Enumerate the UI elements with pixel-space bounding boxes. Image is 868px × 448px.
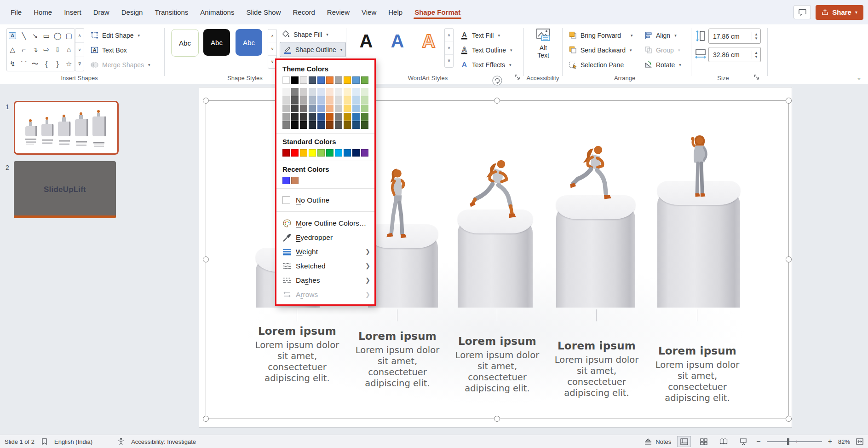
textbox-shape-icon[interactable]: A — [9, 32, 16, 39]
align-button[interactable]: Align▾ — [644, 29, 677, 41]
color-swatch[interactable] — [335, 105, 342, 112]
color-swatch[interactable] — [361, 121, 368, 129]
slide-thumbnail-1[interactable] — [14, 101, 119, 155]
figure-person-5-celebrating[interactable] — [686, 134, 713, 200]
pedestal-5[interactable] — [657, 181, 740, 308]
selection-handle-s[interactable] — [494, 416, 500, 422]
step-text-1[interactable]: Lorem ipsum Lorem ipsum dolor sit amet, … — [251, 325, 343, 384]
gallery-more-icon[interactable]: ⊽ — [445, 54, 453, 67]
color-swatch[interactable] — [335, 149, 342, 157]
scroll-down-icon[interactable]: ∨ — [268, 42, 276, 55]
language-status[interactable]: English (India) — [54, 438, 92, 445]
slide-thumbnail-2[interactable]: SlideUpLift — [14, 161, 116, 218]
bring-forward-button[interactable]: Bring Forward▾ — [569, 29, 632, 41]
wordart-preset-3[interactable]: A — [416, 28, 442, 54]
rectangle-shape-icon[interactable]: ▭ — [43, 32, 50, 39]
size-dialog-launcher-icon[interactable] — [753, 74, 760, 81]
color-swatch[interactable] — [291, 177, 299, 184]
color-swatch[interactable] — [361, 113, 368, 121]
width-steppers[interactable]: ▲▼ — [752, 51, 760, 59]
color-swatch[interactable] — [291, 113, 299, 121]
fit-slide-icon[interactable] — [856, 438, 863, 445]
color-swatch[interactable] — [335, 76, 342, 84]
figure-person-2[interactable] — [383, 167, 411, 243]
scribble-shape-icon[interactable]: ↯ — [10, 60, 16, 67]
color-swatch[interactable] — [300, 96, 307, 104]
height-steppers[interactable]: ▲▼ — [752, 32, 760, 41]
collapse-ribbon-icon[interactable]: ⌄ — [857, 74, 862, 81]
color-swatch[interactable] — [317, 76, 325, 84]
color-swatch[interactable] — [326, 113, 333, 121]
color-swatch[interactable] — [317, 88, 325, 96]
tab-slide-show[interactable]: Slide Show — [240, 4, 287, 20]
wordart-preset-2[interactable]: A — [385, 28, 410, 54]
color-swatch[interactable] — [317, 121, 325, 129]
step-text-2[interactable]: Lorem ipsum Lorem ipsum dolor sit amet, … — [351, 330, 443, 389]
color-swatch[interactable] — [326, 149, 333, 157]
color-swatch[interactable] — [282, 113, 290, 121]
freeform-shape-icon[interactable]: ⌂ — [67, 46, 71, 53]
color-swatch[interactable] — [344, 113, 351, 121]
star-shape-icon[interactable]: ☆ — [66, 60, 72, 67]
rotate-handle-icon[interactable] — [492, 75, 503, 86]
color-swatch[interactable] — [317, 149, 325, 157]
color-swatch[interactable] — [300, 113, 307, 121]
shape-style-preset-1[interactable]: Abc — [171, 29, 199, 57]
color-swatch[interactable] — [344, 121, 351, 129]
reading-view-button[interactable] — [717, 436, 730, 447]
menu-item-eyedropper[interactable]: Eyedropper — [276, 230, 374, 244]
color-swatch[interactable] — [335, 96, 342, 104]
text-fill-button[interactable]: A Text Fill▾ — [460, 29, 500, 41]
color-swatch[interactable] — [344, 88, 351, 96]
slide-sorter-view-button[interactable] — [697, 436, 711, 447]
color-swatch[interactable] — [282, 149, 290, 157]
selection-handle-n[interactable] — [494, 98, 500, 104]
notes-toggle[interactable]: Notes — [655, 438, 671, 445]
color-swatch[interactable] — [300, 88, 307, 96]
color-swatch[interactable] — [361, 88, 368, 96]
shape-fill-button[interactable]: Shape Fill▾ — [282, 28, 328, 41]
color-swatch[interactable] — [317, 113, 325, 121]
wordart-dialog-launcher-icon[interactable] — [514, 74, 521, 81]
rounded-rectangle-shape-icon[interactable]: ▢ — [66, 32, 72, 39]
insert-shapes-scroll[interactable]: ∧ ∨ ⊽ — [75, 28, 84, 71]
tab-record[interactable]: Record — [287, 4, 321, 20]
color-swatch[interactable] — [344, 96, 351, 104]
tab-transitions[interactable]: Transitions — [149, 4, 194, 20]
shape-style-preset-2[interactable]: Abc — [203, 29, 230, 56]
color-swatch[interactable] — [291, 88, 299, 96]
color-swatch[interactable] — [361, 105, 368, 112]
scroll-down-icon[interactable]: ∨ — [75, 42, 84, 57]
color-swatch[interactable] — [317, 105, 325, 112]
accessibility-status[interactable]: Accessibility: Investigate — [131, 438, 196, 445]
color-swatch[interactable] — [361, 96, 368, 104]
color-swatch[interactable] — [282, 88, 290, 96]
shape-height-input[interactable]: 17.86 cm ▲▼ — [708, 29, 761, 44]
selection-handle-sw[interactable] — [203, 416, 209, 422]
right-brace-shape-icon[interactable]: } — [57, 60, 59, 67]
color-swatch[interactable] — [300, 149, 307, 157]
tab-review[interactable]: Review — [321, 4, 356, 20]
menu-item-weight[interactable]: Weight❯ — [276, 244, 374, 259]
color-swatch[interactable] — [326, 121, 333, 129]
color-swatch[interactable] — [291, 121, 299, 129]
color-swatch[interactable] — [282, 177, 290, 184]
spell-check-icon[interactable] — [41, 438, 48, 445]
color-swatch[interactable] — [309, 96, 316, 104]
selection-pane-button[interactable]: Selection Pane — [569, 58, 624, 71]
color-swatch[interactable] — [335, 113, 342, 121]
tab-home[interactable]: Home — [28, 4, 58, 20]
tab-shape-format[interactable]: Shape Format — [408, 4, 466, 20]
down-block-arrow-shape-icon[interactable]: ⇩ — [55, 46, 61, 53]
color-swatch[interactable] — [326, 96, 333, 104]
color-swatch[interactable] — [282, 121, 290, 129]
selection-handle-ne[interactable] — [786, 98, 792, 104]
scroll-down-icon[interactable]: ∨ — [445, 41, 453, 54]
tab-help[interactable]: Help — [382, 4, 408, 20]
comments-button[interactable] — [793, 5, 811, 19]
right-block-arrow-shape-icon[interactable]: ⇨ — [43, 46, 49, 53]
color-swatch[interactable] — [291, 149, 299, 157]
color-swatch[interactable] — [300, 105, 307, 112]
color-swatch[interactable] — [282, 76, 290, 84]
color-swatch[interactable] — [282, 105, 290, 112]
